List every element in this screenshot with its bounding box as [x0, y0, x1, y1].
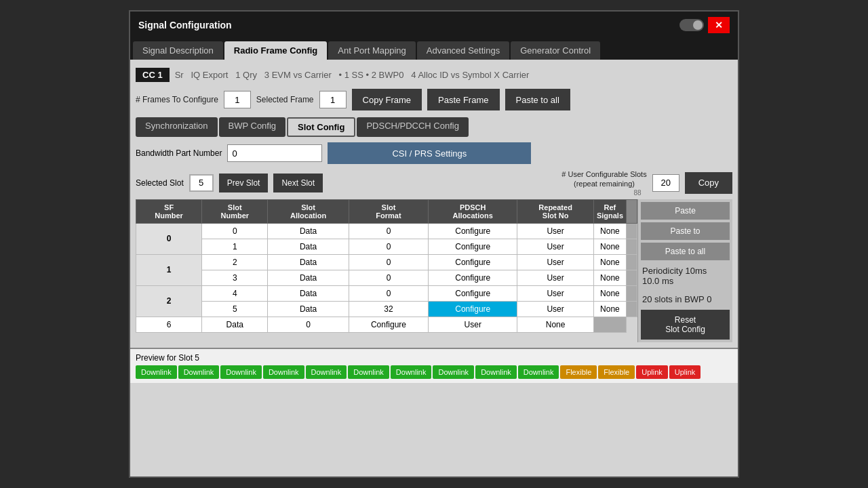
- toggle-button[interactable]: [679, 19, 704, 31]
- user-configurable-slots-input[interactable]: [652, 174, 679, 192]
- preview-slot-flexible: Flexible: [560, 365, 597, 379]
- pdsch-allocations-cell[interactable]: Configure: [429, 223, 517, 239]
- tab-ant-port-mapping[interactable]: Ant Port Mapping: [328, 41, 415, 60]
- scroll-cell: [593, 317, 626, 332]
- paste-button[interactable]: Paste: [641, 202, 730, 220]
- ref-signals-cell: None: [593, 285, 626, 301]
- scroll-col: [627, 199, 637, 223]
- bandwidth-part-label: Bandwidth Part Number: [136, 148, 222, 158]
- pdsch-allocations-cell[interactable]: Configure: [429, 239, 517, 254]
- selected-frame-input[interactable]: [319, 91, 347, 108]
- slot-allocation-cell: Data: [268, 301, 349, 317]
- frames-to-configure-input[interactable]: [224, 91, 251, 108]
- close-button[interactable]: ✕: [708, 17, 730, 33]
- paste-frame-button[interactable]: Paste Frame: [427, 89, 499, 110]
- tab-signal-description[interactable]: Signal Description: [133, 41, 223, 60]
- sf-number-cell: 1: [136, 254, 202, 285]
- slot-allocation-cell: Data: [268, 239, 349, 254]
- slot-format-cell: 0: [349, 254, 428, 270]
- table-row: 5Data32ConfigureUserNone: [136, 301, 637, 317]
- ref-signals-cell: None: [593, 223, 626, 239]
- slot-format-cell: 0: [349, 239, 428, 254]
- bwp-row: Bandwidth Part Number CSI / PRS Settings: [136, 140, 732, 167]
- repeated-slot-cell: User: [517, 239, 594, 254]
- slot-format-cell: 0: [349, 285, 428, 301]
- slot-allocation-cell: Data: [268, 285, 349, 301]
- content-area: CC 1 Sr IQ Export 1 Qry 3 EVM vs Carrier…: [130, 60, 738, 348]
- preview-slot-downlink: Downlink: [263, 365, 304, 379]
- sf-number-cell: 0: [136, 223, 202, 254]
- tab-advanced-settings[interactable]: Advanced Settings: [417, 41, 509, 60]
- pdsch-allocations-cell[interactable]: Configure: [429, 254, 517, 270]
- table-row: 12Data0ConfigureUserNone: [136, 254, 637, 270]
- tab-pdsch-pdcch-config[interactable]: PDSCH/PDCCH Config: [357, 117, 469, 137]
- col-pdsch-allocations: PDSCHAllocations: [429, 199, 517, 223]
- tab-synchronization[interactable]: Synchronization: [136, 117, 218, 137]
- preview-slot-downlink: Downlink: [136, 365, 177, 379]
- repeated-slot-cell: User: [517, 301, 594, 317]
- tab-bwp-config[interactable]: BWP Config: [219, 117, 286, 137]
- slot-allocation-cell: Data: [202, 317, 268, 332]
- periodicity-label: Periodicity 10ms 10.0 ms 20 slots in BWP…: [641, 263, 730, 307]
- sf-number-cell: 2: [136, 285, 202, 317]
- table-area: SFNumber SlotNumber SlotAllocation SlotF…: [136, 199, 637, 342]
- selected-frame-label: Selected Frame: [256, 95, 314, 104]
- slot-number-cell: 6: [136, 317, 202, 332]
- repeated-slot-cell: User: [429, 317, 517, 332]
- pdsch-allocations-cell[interactable]: Configure: [429, 301, 517, 317]
- preview-slot-flexible: Flexible: [598, 365, 635, 379]
- col-slot-allocation: SlotAllocation: [268, 199, 349, 223]
- ref-signals-cell: None: [517, 317, 594, 332]
- tab-slot-config[interactable]: Slot Config: [287, 117, 355, 137]
- slot-format-cell: 0: [349, 223, 428, 239]
- slot-format-cell: 32: [349, 301, 428, 317]
- copy-frame-button[interactable]: Copy Frame: [352, 89, 422, 110]
- slot-allocation-cell: Data: [268, 254, 349, 270]
- paste-to-button[interactable]: Paste to: [641, 222, 730, 240]
- col-repeated-slot-no: RepeatedSlot No: [517, 199, 594, 223]
- table-row: 00Data0ConfigureUserNone: [136, 223, 637, 239]
- slot-allocation-cell: Data: [268, 270, 349, 285]
- tab-generator-control[interactable]: Generator Control: [511, 41, 600, 60]
- repeated-slot-cell: User: [517, 270, 594, 285]
- col-ref-signals: RefSignals: [593, 199, 626, 223]
- pdsch-allocations-cell[interactable]: Configure: [349, 317, 428, 332]
- preview-slot-uplink: Uplink: [669, 365, 701, 379]
- signal-configuration-modal: Signal Configuration ✕ Signal Descriptio…: [129, 10, 739, 478]
- scroll-cell: [627, 239, 637, 254]
- col-slot-number: SlotNumber: [202, 199, 268, 223]
- reset-slot-config-button[interactable]: ResetSlot Config: [641, 310, 730, 340]
- repeated-slot-cell: User: [517, 223, 594, 239]
- paste-to-all-side-button[interactable]: Paste to all: [641, 243, 730, 260]
- repeated-slot-cell: User: [517, 285, 594, 301]
- preview-slots: DownlinkDownlinkDownlinkDownlinkDownlink…: [136, 365, 732, 379]
- tab-radio-frame-config[interactable]: Radio Frame Config: [224, 41, 328, 60]
- cc-bar: CC 1 Sr IQ Export 1 Qry 3 EVM vs Carrier…: [136, 65, 732, 85]
- preview-slot-downlink: Downlink: [220, 365, 262, 379]
- ref-signals-cell: None: [593, 270, 626, 285]
- prev-slot-button[interactable]: Prev Slot: [219, 174, 269, 192]
- ref-signals-cell: None: [593, 301, 626, 317]
- frame-row: # Frames To Configure Selected Frame Cop…: [136, 85, 732, 115]
- paste-to-all-button[interactable]: Paste to all: [505, 89, 570, 110]
- repeated-slot-cell: User: [517, 254, 594, 270]
- copy-slot-button[interactable]: Copy: [685, 172, 732, 194]
- slot-format-cell: 0: [349, 270, 428, 285]
- slot-number-cell: 4: [202, 285, 268, 301]
- preview-area: Preview for Slot 5 DownlinkDownlinkDownl…: [130, 348, 738, 383]
- csi-prs-settings-button[interactable]: CSI / PRS Settings: [328, 142, 531, 164]
- scroll-cell: [627, 223, 637, 239]
- scroll-cell: [627, 254, 637, 270]
- preview-slot-uplink: Uplink: [636, 365, 668, 379]
- slot-format-cell: 0: [268, 317, 349, 332]
- pdsch-allocations-cell[interactable]: Configure: [429, 285, 517, 301]
- main-layout: SFNumber SlotNumber SlotAllocation SlotF…: [136, 199, 732, 342]
- preview-slot-downlink: Downlink: [391, 365, 432, 379]
- user-configurable-slots-label: # User Configurable Slots(repeat remaini…: [561, 169, 646, 189]
- pdsch-allocations-cell[interactable]: Configure: [429, 270, 517, 285]
- main-tab-bar: Signal Description Radio Frame Config An…: [130, 39, 738, 60]
- scroll-cell: [627, 301, 637, 317]
- scroll-cell: [627, 285, 637, 301]
- bandwidth-part-input[interactable]: [227, 144, 322, 162]
- next-slot-button[interactable]: Next Slot: [273, 174, 323, 192]
